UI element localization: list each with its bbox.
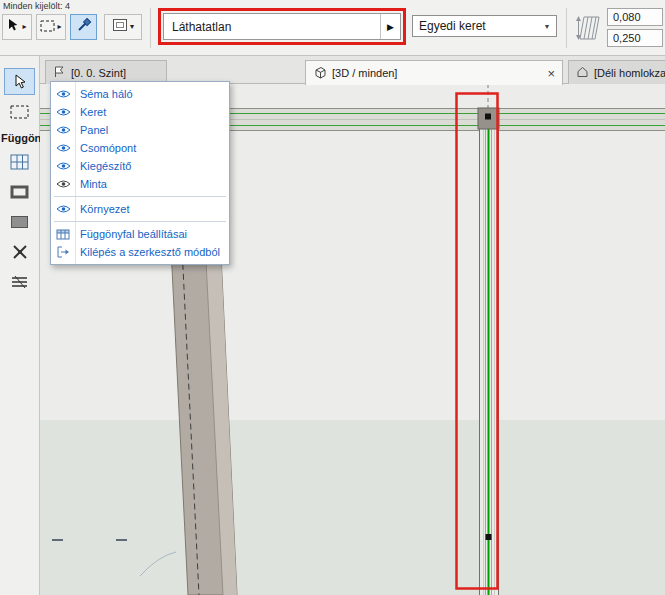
eye-icon — [51, 107, 75, 117]
elevation-icon — [576, 66, 589, 80]
popup-item-panel[interactable]: Panel — [51, 121, 229, 139]
exit-icon — [51, 246, 75, 258]
toolbar-separator — [150, 8, 151, 48]
popup-item-keret[interactable]: Keret — [51, 103, 229, 121]
display-options-button[interactable]: ▾ — [104, 14, 142, 40]
settings-table-icon — [51, 229, 75, 240]
top-toolbar: Minden kijelölt: 4 ▸ ▸ ▾ — [0, 0, 665, 56]
eye-closed-icon — [51, 179, 75, 189]
frame-display-icon — [112, 18, 128, 36]
menu-separator — [54, 221, 226, 222]
dropdown-caret-icon: ▾ — [130, 23, 134, 31]
toolbox-section-label: Függön: — [1, 132, 40, 144]
offset-bottom-field[interactable] — [607, 29, 663, 47]
flyout-arrow-icon: ▸ — [22, 23, 26, 31]
arrow-tool[interactable] — [4, 68, 35, 95]
profile-offset-icon — [573, 11, 603, 45]
eye-icon — [51, 143, 75, 153]
popup-item-kilepes[interactable]: Kilépés a szerkesztő módból — [51, 243, 229, 261]
story-icon — [53, 65, 66, 80]
node-handle[interactable] — [485, 114, 491, 120]
frame-type-value: Egyedi keret — [413, 19, 538, 33]
pointer-icon — [7, 18, 20, 36]
arrow-cursor-icon — [13, 74, 26, 89]
close-tab-icon[interactable]: × — [539, 67, 555, 80]
menu-separator — [54, 196, 226, 197]
popup-item-kiegeszito[interactable]: Kiegészítő — [51, 157, 229, 175]
popup-item-csomopont[interactable]: Csomópont — [51, 139, 229, 157]
popup-item-fuggonyfal-beallitasai[interactable]: Függönyfal beállításai — [51, 225, 229, 243]
tab-label: [0. 0. Szint] — [71, 67, 126, 79]
grid-icon — [10, 154, 29, 170]
marquee-tool[interactable] — [4, 98, 35, 125]
frame-type-select[interactable]: Egyedi keret ▼ — [412, 15, 557, 37]
eye-icon — [51, 89, 75, 99]
visibility-popup-menu: Séma háló Keret Panel Csomópont Kiegészí… — [50, 81, 230, 265]
combo-chevron-icon: ▼ — [538, 23, 556, 30]
curtain-wall-mullion[interactable] — [478, 108, 499, 595]
marquee-mode-button[interactable]: ▸ — [36, 14, 66, 40]
frame-icon — [10, 185, 29, 199]
flyout-arrow-icon: ▸ — [57, 23, 61, 31]
marquee-icon — [40, 18, 55, 36]
eye-icon — [51, 161, 75, 171]
tab-label: [Déli homlokza — [594, 67, 665, 79]
popup-item-minta[interactable]: Minta — [51, 175, 229, 193]
hatch-icon — [10, 275, 29, 289]
syringe-icon — [76, 17, 92, 37]
popup-item-sema-halo[interactable]: Séma háló — [51, 85, 229, 103]
offset-top-field[interactable] — [607, 8, 663, 26]
marquee-icon — [10, 105, 29, 119]
menu-arrow-icon[interactable]: ▶ — [380, 14, 400, 39]
selection-status: Minden kijelölt: 4 — [3, 1, 70, 11]
accessory-tool[interactable] — [4, 268, 35, 295]
panel-icon — [10, 215, 29, 229]
tab-label: [3D / minden] — [332, 67, 397, 79]
visibility-dropdown[interactable]: Láthatatlan ▶ — [163, 13, 401, 40]
visibility-dropdown-label: Láthatatlan — [164, 20, 380, 34]
floor-plane — [40, 420, 665, 595]
visibility-dropdown-highlight: Láthatatlan ▶ — [158, 8, 406, 45]
app-window: Minden kijelölt: 4 ▸ ▸ ▾ — [0, 0, 665, 595]
eye-icon — [51, 125, 75, 135]
cube-icon — [313, 66, 327, 81]
panel-tool[interactable] — [4, 208, 35, 235]
tab-elevation[interactable]: [Déli homlokza — [568, 60, 665, 84]
inject-parameters-button[interactable] — [70, 14, 97, 40]
frame-tool[interactable] — [4, 178, 35, 205]
eye-icon — [51, 204, 75, 214]
scheme-grid-tool[interactable] — [4, 148, 35, 175]
popup-item-kornyezet[interactable]: Környezet — [51, 200, 229, 218]
node-handle[interactable] — [486, 534, 492, 540]
toolbar-separator — [566, 8, 567, 48]
junction-icon — [12, 244, 28, 260]
tab-3d[interactable]: [3D / minden] × — [305, 60, 563, 85]
toolbox-sidebar: Függön: — [0, 56, 40, 595]
junction-tool[interactable] — [4, 238, 35, 265]
pick-up-parameters-button[interactable]: ▸ — [2, 14, 32, 40]
view-tab-bar: [0. 0. Szint] [3D / minden] × [Déli homl… — [40, 56, 665, 84]
